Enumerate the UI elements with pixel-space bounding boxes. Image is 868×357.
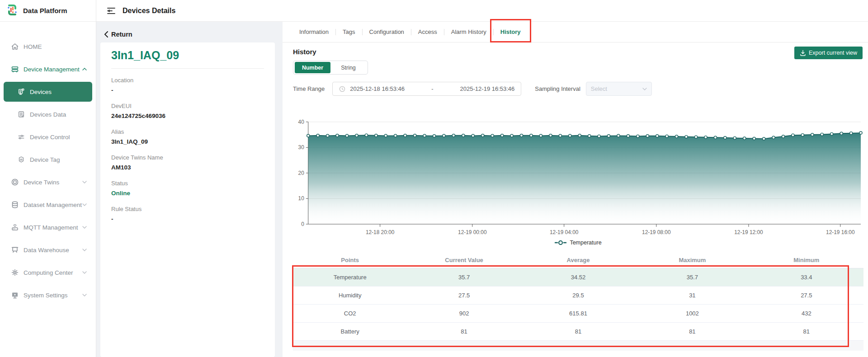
table-cell: 35.7 (635, 268, 749, 287)
sampling-interval-select[interactable]: Select (586, 82, 652, 96)
return-label: Return (111, 31, 132, 38)
sidebar-item-dataset-management[interactable]: Dataset Management (4, 193, 92, 216)
tab-information[interactable]: Information (292, 22, 335, 42)
sidebar-nav: HOME Device Management Devices Devices D… (0, 22, 96, 306)
tab-bar: Information Tags Configuration Access Al… (283, 22, 868, 42)
main-region: Devices Details Return 3In1_IAQ_09 Locat… (96, 0, 868, 357)
svg-text:12-19 12:00: 12-19 12:00 (734, 229, 763, 235)
table-cell: 31 (635, 287, 749, 305)
range-separator: - (409, 85, 456, 92)
chart-plot-area[interactable]: 01020304012-18 20:0012-19 00:0012-19 04:… (293, 111, 863, 236)
field-value: 24e124725c469036 (111, 113, 264, 119)
sidebar-item-mqtt-management[interactable]: MQTT Management (4, 216, 92, 239)
time-range-picker[interactable]: 2025-12-18 16:53:46 - 2025-12-19 16:53:4… (332, 82, 521, 96)
table-row[interactable]: Humidity27.529.53127.5 (293, 287, 863, 305)
field-value: 3In1_IAQ_09 (111, 138, 264, 145)
field-rule-status: Rule Status - (111, 206, 264, 222)
brand: Data Platform (0, 0, 96, 22)
clock-icon (339, 86, 345, 92)
sidebar-item-devices[interactable]: Devices (4, 82, 92, 102)
sidebar-item-computing-center[interactable]: Computing Center (4, 261, 92, 284)
column-header: Maximum (635, 252, 749, 268)
chart-legend[interactable]: Temperature (293, 238, 863, 248)
content: Return 3In1_IAQ_09 Location - DevEUI 24e… (96, 22, 868, 357)
table-cell: 432 (750, 305, 863, 323)
chart-svg: 01020304012-18 20:0012-19 00:0012-19 04:… (293, 111, 863, 236)
page-title: Devices Details (123, 7, 175, 15)
export-label: Export current view (809, 50, 857, 56)
field-label: Device Twins Name (111, 154, 264, 161)
tab-configuration[interactable]: Configuration (363, 22, 411, 42)
chevron-down-icon (82, 249, 87, 251)
brand-logo-icon (5, 3, 19, 19)
table-cell: 81 (521, 323, 635, 341)
svg-text:40: 40 (298, 119, 305, 125)
table-footer-strip (293, 341, 863, 351)
sidebar-item-devices-data[interactable]: Devices Data (4, 103, 92, 126)
time-from-value[interactable]: 2025-12-18 16:53:46 (350, 85, 405, 92)
table-cell: 902 (407, 305, 521, 323)
tab-history[interactable]: History (494, 22, 528, 42)
time-to-value[interactable]: 2025-12-19 16:53:46 (460, 85, 515, 92)
sidebar-item-label: Device Management (24, 66, 80, 73)
history-heading: History (293, 48, 863, 56)
sidebar-item-label: Dataset Management (24, 202, 82, 208)
tab-alarm-history[interactable]: Alarm History (444, 22, 493, 42)
svg-text:12-19 04:00: 12-19 04:00 (550, 229, 579, 235)
export-current-view-button[interactable]: Export current view (794, 47, 863, 59)
chevron-down-icon (642, 88, 647, 90)
value-type-toggle: Number String (293, 61, 368, 75)
toggle-string[interactable]: String (330, 62, 366, 73)
sidebar-item-device-tag[interactable]: Device Tag (4, 148, 92, 171)
download-icon (800, 50, 806, 56)
chevron-down-icon (82, 181, 87, 183)
column-header: Current Value (407, 252, 521, 268)
sidebar-item-device-management[interactable]: Device Management (4, 58, 92, 80)
sidebar-item-label: Computing Center (24, 269, 73, 276)
table-row[interactable]: Battery81818181 (293, 323, 863, 341)
field-deveui: DevEUI 24e124725c469036 (111, 103, 264, 119)
toggle-number[interactable]: Number (295, 62, 330, 73)
history-section: History Number String Time Range 2025-12… (283, 42, 868, 357)
table-cell: 27.5 (750, 287, 863, 305)
field-label: Alias (111, 128, 264, 135)
page: Data Platform HOME Device Management Dev… (0, 0, 868, 357)
brand-name: Data Platform (23, 7, 67, 14)
topbar: Devices Details (96, 0, 868, 22)
devices-data-icon (17, 111, 25, 118)
table-cell: Temperature (293, 268, 407, 287)
sidebar-item-system-settings[interactable]: System Settings (4, 284, 92, 306)
dataset-management-icon (11, 201, 19, 209)
tab-tags[interactable]: Tags (336, 22, 362, 42)
table-cell: 81 (407, 323, 521, 341)
device-panel: Return 3In1_IAQ_09 Location - DevEUI 24e… (96, 22, 275, 357)
status-badge: Online (111, 190, 264, 197)
chevron-left-icon (104, 31, 108, 38)
sidebar-item-device-control[interactable]: Device Control (4, 126, 92, 148)
sidebar-item-home[interactable]: HOME (4, 35, 92, 58)
field-value: - (111, 216, 264, 222)
data-warehouse-icon (11, 246, 19, 254)
chevron-down-icon (82, 271, 87, 274)
tab-access[interactable]: Access (411, 22, 444, 42)
collapse-menu-icon[interactable] (107, 7, 115, 14)
device-control-icon (17, 133, 25, 141)
table-cell: 29.5 (521, 287, 635, 305)
device-twins-icon (11, 178, 19, 186)
table-cell: 81 (750, 323, 863, 341)
filter-row: Time Range 2025-12-18 16:53:46 - 2025-12… (293, 82, 863, 96)
field-alias: Alias 3In1_IAQ_09 (111, 128, 264, 145)
table-row[interactable]: CO2902615.811002432 (293, 305, 863, 323)
sidebar-item-device-twins[interactable]: Device Twins (4, 171, 92, 193)
sidebar-item-label: Device Twins (24, 179, 59, 186)
return-button[interactable]: Return (104, 31, 132, 38)
sidebar-item-label: System Settings (24, 292, 68, 299)
table-row[interactable]: Temperature35.734.5235.733.4 (293, 268, 863, 287)
svg-text:12-19 08:00: 12-19 08:00 (642, 229, 671, 235)
sidebar-item-data-warehouse[interactable]: Data Warehouse (4, 239, 92, 261)
column-header: Points (293, 252, 407, 268)
svg-text:12-19 00:00: 12-19 00:00 (458, 229, 487, 235)
sidebar-item-label: MQTT Management (24, 224, 78, 231)
table-cell: 34.52 (521, 268, 635, 287)
devices-icon (17, 88, 25, 95)
